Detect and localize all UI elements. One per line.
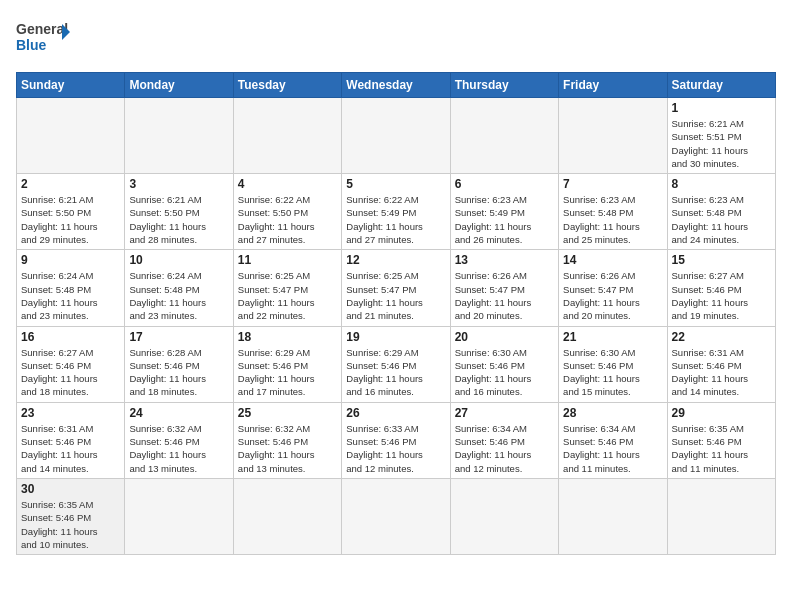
day-number: 16 xyxy=(21,330,120,344)
svg-text:Blue: Blue xyxy=(16,37,47,53)
day-info: Sunrise: 6:23 AM Sunset: 5:49 PM Dayligh… xyxy=(455,193,554,246)
day-number: 15 xyxy=(672,253,771,267)
day-info: Sunrise: 6:31 AM Sunset: 5:46 PM Dayligh… xyxy=(21,422,120,475)
day-info: Sunrise: 6:25 AM Sunset: 5:47 PM Dayligh… xyxy=(238,269,337,322)
day-cell: 25Sunrise: 6:32 AM Sunset: 5:46 PM Dayli… xyxy=(233,402,341,478)
day-cell: 12Sunrise: 6:25 AM Sunset: 5:47 PM Dayli… xyxy=(342,250,450,326)
day-cell: 3Sunrise: 6:21 AM Sunset: 5:50 PM Daylig… xyxy=(125,174,233,250)
day-number: 11 xyxy=(238,253,337,267)
day-info: Sunrise: 6:27 AM Sunset: 5:46 PM Dayligh… xyxy=(21,346,120,399)
day-number: 14 xyxy=(563,253,662,267)
day-info: Sunrise: 6:35 AM Sunset: 5:46 PM Dayligh… xyxy=(672,422,771,475)
day-info: Sunrise: 6:25 AM Sunset: 5:47 PM Dayligh… xyxy=(346,269,445,322)
page-header: General Blue xyxy=(16,16,776,60)
weekday-header-row: SundayMondayTuesdayWednesdayThursdayFrid… xyxy=(17,73,776,98)
day-number: 22 xyxy=(672,330,771,344)
day-number: 13 xyxy=(455,253,554,267)
weekday-wednesday: Wednesday xyxy=(342,73,450,98)
day-cell: 26Sunrise: 6:33 AM Sunset: 5:46 PM Dayli… xyxy=(342,402,450,478)
day-number: 4 xyxy=(238,177,337,191)
week-row-3: 9Sunrise: 6:24 AM Sunset: 5:48 PM Daylig… xyxy=(17,250,776,326)
day-number: 7 xyxy=(563,177,662,191)
day-info: Sunrise: 6:28 AM Sunset: 5:46 PM Dayligh… xyxy=(129,346,228,399)
day-cell xyxy=(559,98,667,174)
day-number: 3 xyxy=(129,177,228,191)
weekday-thursday: Thursday xyxy=(450,73,558,98)
day-cell: 30Sunrise: 6:35 AM Sunset: 5:46 PM Dayli… xyxy=(17,478,125,554)
day-cell: 18Sunrise: 6:29 AM Sunset: 5:46 PM Dayli… xyxy=(233,326,341,402)
day-cell xyxy=(667,478,775,554)
day-number: 23 xyxy=(21,406,120,420)
day-cell: 9Sunrise: 6:24 AM Sunset: 5:48 PM Daylig… xyxy=(17,250,125,326)
day-info: Sunrise: 6:35 AM Sunset: 5:46 PM Dayligh… xyxy=(21,498,120,551)
day-cell: 5Sunrise: 6:22 AM Sunset: 5:49 PM Daylig… xyxy=(342,174,450,250)
day-cell xyxy=(125,478,233,554)
day-cell xyxy=(450,478,558,554)
day-info: Sunrise: 6:33 AM Sunset: 5:46 PM Dayligh… xyxy=(346,422,445,475)
day-cell xyxy=(233,98,341,174)
day-info: Sunrise: 6:21 AM Sunset: 5:50 PM Dayligh… xyxy=(129,193,228,246)
day-number: 1 xyxy=(672,101,771,115)
weekday-saturday: Saturday xyxy=(667,73,775,98)
weekday-friday: Friday xyxy=(559,73,667,98)
week-row-6: 30Sunrise: 6:35 AM Sunset: 5:46 PM Dayli… xyxy=(17,478,776,554)
day-cell: 14Sunrise: 6:26 AM Sunset: 5:47 PM Dayli… xyxy=(559,250,667,326)
day-cell xyxy=(450,98,558,174)
day-cell: 15Sunrise: 6:27 AM Sunset: 5:46 PM Dayli… xyxy=(667,250,775,326)
week-row-2: 2Sunrise: 6:21 AM Sunset: 5:50 PM Daylig… xyxy=(17,174,776,250)
day-number: 10 xyxy=(129,253,228,267)
logo-icon: General Blue xyxy=(16,16,70,60)
day-info: Sunrise: 6:26 AM Sunset: 5:47 PM Dayligh… xyxy=(455,269,554,322)
day-number: 2 xyxy=(21,177,120,191)
day-number: 8 xyxy=(672,177,771,191)
day-cell: 2Sunrise: 6:21 AM Sunset: 5:50 PM Daylig… xyxy=(17,174,125,250)
day-info: Sunrise: 6:30 AM Sunset: 5:46 PM Dayligh… xyxy=(563,346,662,399)
weekday-monday: Monday xyxy=(125,73,233,98)
day-info: Sunrise: 6:30 AM Sunset: 5:46 PM Dayligh… xyxy=(455,346,554,399)
day-info: Sunrise: 6:24 AM Sunset: 5:48 PM Dayligh… xyxy=(21,269,120,322)
day-cell: 11Sunrise: 6:25 AM Sunset: 5:47 PM Dayli… xyxy=(233,250,341,326)
day-cell: 21Sunrise: 6:30 AM Sunset: 5:46 PM Dayli… xyxy=(559,326,667,402)
day-info: Sunrise: 6:22 AM Sunset: 5:49 PM Dayligh… xyxy=(346,193,445,246)
logo: General Blue xyxy=(16,16,70,60)
day-info: Sunrise: 6:32 AM Sunset: 5:46 PM Dayligh… xyxy=(238,422,337,475)
week-row-5: 23Sunrise: 6:31 AM Sunset: 5:46 PM Dayli… xyxy=(17,402,776,478)
day-cell xyxy=(342,98,450,174)
day-info: Sunrise: 6:23 AM Sunset: 5:48 PM Dayligh… xyxy=(563,193,662,246)
day-info: Sunrise: 6:23 AM Sunset: 5:48 PM Dayligh… xyxy=(672,193,771,246)
day-cell: 17Sunrise: 6:28 AM Sunset: 5:46 PM Dayli… xyxy=(125,326,233,402)
day-number: 29 xyxy=(672,406,771,420)
day-info: Sunrise: 6:24 AM Sunset: 5:48 PM Dayligh… xyxy=(129,269,228,322)
day-cell xyxy=(559,478,667,554)
day-cell: 10Sunrise: 6:24 AM Sunset: 5:48 PM Dayli… xyxy=(125,250,233,326)
day-cell xyxy=(233,478,341,554)
day-info: Sunrise: 6:27 AM Sunset: 5:46 PM Dayligh… xyxy=(672,269,771,322)
day-cell: 19Sunrise: 6:29 AM Sunset: 5:46 PM Dayli… xyxy=(342,326,450,402)
day-number: 25 xyxy=(238,406,337,420)
day-info: Sunrise: 6:22 AM Sunset: 5:50 PM Dayligh… xyxy=(238,193,337,246)
weekday-tuesday: Tuesday xyxy=(233,73,341,98)
day-number: 19 xyxy=(346,330,445,344)
day-info: Sunrise: 6:32 AM Sunset: 5:46 PM Dayligh… xyxy=(129,422,228,475)
day-info: Sunrise: 6:29 AM Sunset: 5:46 PM Dayligh… xyxy=(346,346,445,399)
day-cell: 27Sunrise: 6:34 AM Sunset: 5:46 PM Dayli… xyxy=(450,402,558,478)
week-row-4: 16Sunrise: 6:27 AM Sunset: 5:46 PM Dayli… xyxy=(17,326,776,402)
day-number: 20 xyxy=(455,330,554,344)
day-number: 26 xyxy=(346,406,445,420)
day-number: 28 xyxy=(563,406,662,420)
day-cell: 22Sunrise: 6:31 AM Sunset: 5:46 PM Dayli… xyxy=(667,326,775,402)
day-number: 17 xyxy=(129,330,228,344)
week-row-1: 1Sunrise: 6:21 AM Sunset: 5:51 PM Daylig… xyxy=(17,98,776,174)
day-cell: 7Sunrise: 6:23 AM Sunset: 5:48 PM Daylig… xyxy=(559,174,667,250)
weekday-sunday: Sunday xyxy=(17,73,125,98)
day-info: Sunrise: 6:34 AM Sunset: 5:46 PM Dayligh… xyxy=(455,422,554,475)
day-number: 27 xyxy=(455,406,554,420)
day-cell: 28Sunrise: 6:34 AM Sunset: 5:46 PM Dayli… xyxy=(559,402,667,478)
day-number: 12 xyxy=(346,253,445,267)
day-cell xyxy=(125,98,233,174)
day-info: Sunrise: 6:21 AM Sunset: 5:51 PM Dayligh… xyxy=(672,117,771,170)
day-cell: 29Sunrise: 6:35 AM Sunset: 5:46 PM Dayli… xyxy=(667,402,775,478)
day-number: 24 xyxy=(129,406,228,420)
day-info: Sunrise: 6:29 AM Sunset: 5:46 PM Dayligh… xyxy=(238,346,337,399)
day-cell: 13Sunrise: 6:26 AM Sunset: 5:47 PM Dayli… xyxy=(450,250,558,326)
